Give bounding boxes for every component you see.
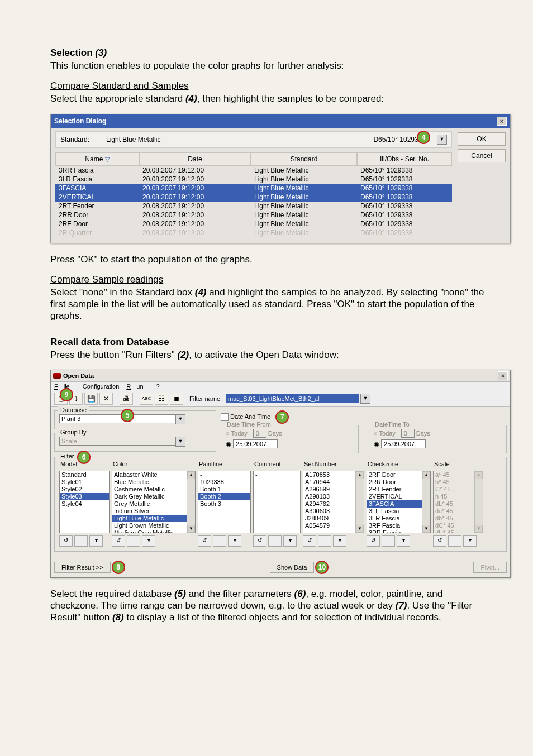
fc-head-checkzone: Checkzone [367,461,431,468]
from-date-input[interactable]: 25.09.2007 [233,439,278,448]
selection-dialog: Selection Dialog × Standard: Light Blue … [50,114,511,243]
save-icon[interactable]: 💾 [84,393,98,405]
table-row: 2RF Door20.08.2007 19:12:00Light Blue Me… [55,219,452,228]
filter-name-select[interactable]: mac_St03_LightBlueMet_Bth2_all [226,394,359,403]
col-illobs[interactable]: Ill/Obs - Ser. No. [357,152,452,166]
standard-label: Standard: [60,136,99,143]
callout-4: 4 [417,131,430,144]
col-standard[interactable]: Standard [251,152,357,166]
open-data-window: Open Data × File Configuration Run ? ▢ 9… [50,370,511,578]
selection-intro: This function enables to populate the co… [50,60,488,71]
selection-heading-ref: (3) [95,47,107,58]
date-from-group: Date Time From ○ Today - 0 Days ◉ 25.09.… [221,425,359,453]
filter-result-button[interactable]: Filter Result >> [54,562,111,573]
menu-help[interactable]: ? [156,383,160,390]
fc-head-scale: Scale [433,461,483,468]
menu-configuration[interactable]: Configuration [83,383,119,390]
compare-sample-text: Select "none" in the Standard box (4) an… [50,286,488,322]
to-today-radio[interactable]: ○ [374,430,378,437]
nav-up-icon[interactable]: ↺ [59,535,73,547]
fc-head-color: Color [112,461,196,468]
table-row: 2RR Door20.08.2007 19:12:00Light Blue Me… [55,210,452,219]
database-group: Database Plant 3▼ 5 [54,410,216,429]
color-list[interactable]: ▲▼ Alabaster White Blue Metallic Cashmer… [112,471,196,533]
tree-icon[interactable]: ☷ [155,393,168,405]
to-date-input[interactable]: 25.09.2007 [381,439,426,448]
scroll-up-icon[interactable]: ▲ [422,471,430,479]
app-icon [53,373,61,379]
close-icon[interactable]: × [497,117,507,126]
model-list[interactable]: Standard Style01 Style02 Style03 Style04 [59,471,110,533]
callout-7: 7 [275,410,289,424]
filter-group: Filter 6 Model Color Paintline Comment S… [54,457,507,552]
final-paragraph: Select the required database (5) and the… [50,588,488,624]
od-titlebar: Open Data × [51,370,510,382]
sample-list-header: Name ▽ Date Standard Ill/Obs - Ser. No. [55,152,452,166]
list-icon[interactable]: ≣ [170,393,183,405]
database-select[interactable]: Plant 3 [59,414,175,423]
standard-dropdown[interactable]: ▼ [437,135,447,145]
nav-blank[interactable] [74,535,88,547]
scale-list: ▲▼ a* 45 b* 45 C* 45 h 45 dL* 45 da* 45 … [433,471,483,533]
funnel-icon[interactable]: ▽ [105,156,110,163]
callout-5: 5 [121,409,134,422]
scroll-down-icon[interactable]: ▼ [475,525,483,533]
dialog-titlebar: Selection Dialog × [51,114,510,128]
filter-name-dropdown[interactable]: ▼ [360,394,370,404]
to-today-days: 0 [401,429,415,438]
date-to-title: DateTime To [373,421,412,428]
nav-sernumber: ↺▾ [303,535,364,547]
selection-heading: Selection (3) [50,47,488,59]
scroll-up-icon[interactable]: ▲ [475,471,483,479]
from-today-radio[interactable]: ○ [226,430,230,437]
menu-bar: File Configuration Run ? [51,382,510,391]
delete-icon[interactable]: ✕ [99,393,113,405]
groupby-dropdown: ▼ [175,437,185,447]
ok-button[interactable]: OK [458,132,506,146]
compare-std-heading: Compare Standard and Samples [50,80,488,92]
scroll-down-icon[interactable]: ▼ [187,525,195,533]
callout-6: 6 [77,451,91,464]
menu-run[interactable]: Run [126,383,149,390]
compare-std-text: Select the appropriate standard (4), the… [50,93,488,104]
datetime-checkbox[interactable] [221,413,229,421]
nav-paintline: ↺▾ [198,535,251,547]
scroll-up-icon[interactable]: ▲ [187,471,195,479]
database-group-title: Database [58,406,89,413]
col-name[interactable]: Name ▽ [55,152,139,166]
table-row: 3FASCIA20.08.2007 19:12:00Light Blue Met… [55,184,452,193]
cancel-button[interactable]: Cancel [458,149,506,162]
database-dropdown[interactable]: ▼ [175,414,185,424]
standard-row: Standard: Light Blue Metallic D65/10° 10… [55,131,452,148]
selection-heading-a: Selection [50,47,95,58]
print-icon[interactable]: 🖶 [120,393,133,405]
table-row: 2RT Fender20.08.2007 19:12:00Light Blue … [55,202,452,210]
abc-icon[interactable]: ABC [140,393,153,405]
paintline-list[interactable]: - 1029338 Booth 1 Booth 2 Booth 3 [198,471,251,533]
scroll-down-icon[interactable]: ▼ [356,525,364,533]
standard-value: Light Blue Metallic [106,136,364,143]
date-from-title: Date Time From [225,421,273,428]
checkzone-list[interactable]: ▲▼ 2RF Door 2RR Door 2RT Fender 2VERTICA… [367,471,431,533]
nav-down-icon[interactable]: ▾ [89,535,103,547]
sernumber-list[interactable]: ▲▼ A170853 A170944 A296599 A298103 A2947… [303,471,364,533]
scroll-down-icon[interactable]: ▼ [422,525,430,533]
groupby-title: Group By [58,429,88,436]
show-data-button[interactable]: Show Data [270,562,315,573]
close-icon[interactable]: × [498,371,508,380]
bottom-row: Filter Result >> 8 Show Data 10 Pivot... [51,558,510,577]
fc-head-sernumber: Ser.Number [303,461,364,468]
nav-scale: ↺▾ [433,535,483,547]
dialog-title: Selection Dialog [54,117,106,125]
table-row: 2VERTICAL20.08.2007 19:12:00Light Blue M… [55,193,452,202]
col-date[interactable]: Date [139,152,251,166]
fc-head-comment: Comment [253,461,301,468]
press-ok-text: Press "OK" to start the population of th… [50,253,488,265]
filter-group-title: Filter [58,453,76,460]
date-to-group: DateTime To ○ Today - 0 Days ◉ 25.09.200… [369,425,507,453]
sample-list[interactable]: 3RR Fascia20.08.2007 19:12:00Light Blue … [55,166,452,237]
scroll-up-icon[interactable]: ▲ [356,471,364,479]
comment-list[interactable]: - [253,471,301,533]
to-date-radio[interactable]: ◉ [374,441,379,447]
from-date-radio[interactable]: ◉ [226,441,231,447]
